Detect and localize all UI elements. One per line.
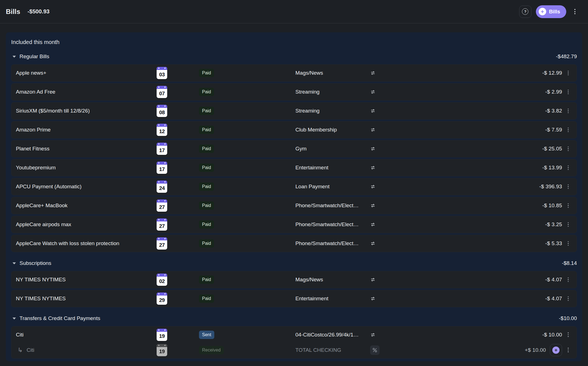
section-header[interactable]: Transfers & Credit Card Payments-$10.00 xyxy=(11,314,577,323)
section-header[interactable]: Regular Bills-$482.79 xyxy=(11,52,577,61)
recurring-icon[interactable] xyxy=(370,184,393,189)
category-label[interactable]: Phone/Smartwatch/Elect… xyxy=(295,202,370,209)
recurring-icon[interactable] xyxy=(370,203,393,208)
calendar-cell: 12 xyxy=(157,124,199,136)
row-menu-icon[interactable] xyxy=(562,218,574,231)
add-bills-button[interactable]: + Bills xyxy=(536,5,566,18)
bill-row[interactable]: AppleCare Watch with loss stolen protect… xyxy=(11,235,577,252)
bill-name: AppleCare airpods max xyxy=(16,221,157,228)
category-label[interactable]: Mags/News xyxy=(295,277,370,283)
bill-row[interactable]: APCU Payment (Automatic)24PaidLoan Payme… xyxy=(11,178,577,195)
calendar-header-bar xyxy=(157,344,167,347)
calendar-date-icon: 27 xyxy=(157,218,167,231)
recurring-icon[interactable] xyxy=(370,89,393,95)
recurring-icon[interactable] xyxy=(370,165,393,170)
category-label[interactable]: Phone/Smartwatch/Elect… xyxy=(295,240,370,247)
calendar-date-icon: 03 xyxy=(157,67,167,79)
row-menu-icon[interactable] xyxy=(562,67,574,79)
category-label[interactable]: Phone/Smartwatch/Elect… xyxy=(295,221,370,228)
calendar-header-bar xyxy=(157,143,167,146)
amount-value: -$ 10.85 xyxy=(542,202,562,209)
bill-row[interactable]: Planet Fitness17PaidGym-$ 25.05 xyxy=(11,140,577,157)
category-label[interactable]: Loan Payment xyxy=(295,184,370,190)
row-menu-icon[interactable] xyxy=(562,237,574,250)
calendar-day-number: 19 xyxy=(157,332,167,341)
bill-row[interactable]: Amazon Prime12PaidClub Membership-$ 7.59 xyxy=(11,121,577,138)
recurring-icon[interactable] xyxy=(370,108,393,114)
category-label[interactable]: Mags/News xyxy=(295,70,370,76)
row-menu-icon[interactable] xyxy=(562,292,574,305)
calendar-header-bar xyxy=(157,162,167,165)
category-label[interactable]: Gym xyxy=(295,146,370,152)
chevron-down-icon[interactable] xyxy=(13,262,16,264)
calendar-header-bar xyxy=(157,237,167,240)
calendar-cell: 17 xyxy=(157,143,199,155)
bill-child-row[interactable]: ↳Citi19ReceivedTOTAL CHECKING+$ 10.00+ xyxy=(11,342,577,358)
page-header: Bills -$500.93 ? + Bills xyxy=(0,0,588,23)
recurring-icon[interactable] xyxy=(370,146,393,152)
amount-cell: -$ 4.07 xyxy=(393,296,562,302)
section-rows: Citi19Sent04-CitiCostco/26.99/4k/1…-$ 10… xyxy=(11,326,577,358)
header-menu-icon[interactable] xyxy=(570,6,580,18)
bill-row[interactable]: AppleCare airpods max27PaidPhone/Smartwa… xyxy=(11,216,577,233)
row-menu-icon[interactable] xyxy=(562,86,574,98)
recurring-icon[interactable] xyxy=(370,296,393,301)
bill-row[interactable]: NY TIMES NYTIMES29PaidEntertainment-$ 4.… xyxy=(11,290,577,307)
recurring-icon[interactable] xyxy=(370,70,393,76)
recurring-icon[interactable] xyxy=(370,332,393,338)
sections-container: Regular Bills-$482.79Apple news+03PaidMa… xyxy=(11,52,577,358)
page-title: Bills xyxy=(6,8,20,16)
recurring-icon[interactable] xyxy=(370,277,393,282)
row-menu-icon[interactable] xyxy=(562,162,574,174)
category-label[interactable]: Club Membership xyxy=(295,127,370,133)
calendar-cell: 02 xyxy=(157,274,199,286)
bill-row[interactable]: Amazon Ad Free07PaidStreaming-$ 2.99 xyxy=(11,83,577,101)
bill-row[interactable]: Youtubepremium17PaidEntertainment-$ 13.9… xyxy=(11,159,577,176)
row-menu-icon[interactable] xyxy=(562,344,574,356)
row-menu-icon[interactable] xyxy=(562,329,574,341)
row-menu-icon[interactable] xyxy=(562,274,574,286)
chevron-down-icon[interactable] xyxy=(13,318,16,319)
status-cell: Paid xyxy=(199,69,295,77)
category-label[interactable]: 04-CitiCostco/26.99/4k/1… xyxy=(295,332,370,338)
row-menu-icon[interactable] xyxy=(562,105,574,117)
recurring-icon[interactable] xyxy=(370,241,393,246)
section-header[interactable]: Subscriptions-$8.14 xyxy=(11,259,577,268)
bill-row[interactable]: AppleCare+ MacBook27PaidPhone/Smartwatch… xyxy=(11,197,577,214)
category-label[interactable]: Entertainment xyxy=(295,165,370,171)
status-cell: Paid xyxy=(199,126,295,134)
category-label[interactable]: Streaming xyxy=(295,108,370,114)
recurring-icon[interactable] xyxy=(370,127,393,133)
bill-row[interactable]: SiriusXM ($5/month till 12/8/26)08PaidSt… xyxy=(11,102,577,119)
bill-row[interactable]: Citi19Sent04-CitiCostco/26.99/4k/1…-$ 10… xyxy=(11,327,577,342)
page-total: -$500.93 xyxy=(28,8,50,15)
status-cell: Received xyxy=(199,346,295,354)
calendar-day-number: 27 xyxy=(157,221,167,231)
bill-row[interactable]: NY TIMES NYTIMES02PaidMags/News-$ 4.07 xyxy=(11,271,577,288)
calendar-header-bar xyxy=(157,199,167,202)
amount-value: -$ 10.00 xyxy=(542,332,562,338)
chevron-down-icon[interactable] xyxy=(13,56,16,58)
calendar-header-bar xyxy=(157,329,167,332)
split-percent-icon[interactable] xyxy=(370,345,393,355)
row-menu-icon[interactable] xyxy=(562,180,574,193)
category-label[interactable]: Streaming xyxy=(295,89,370,95)
recurring-icon[interactable] xyxy=(370,222,393,227)
bill-name-text: Amazon Prime xyxy=(16,127,51,133)
help-button[interactable]: ? xyxy=(519,6,531,18)
calendar-date-icon: 19 xyxy=(157,344,167,356)
row-menu-icon[interactable] xyxy=(562,199,574,212)
calendar-day-number: 07 xyxy=(157,89,167,98)
calendar-date-icon: 19 xyxy=(157,329,167,341)
bill-row[interactable]: Apple news+03PaidMags/News-$ 12.99 xyxy=(11,64,577,82)
add-transaction-button[interactable]: + xyxy=(550,344,562,356)
amount-cell: -$ 10.00 xyxy=(393,332,562,338)
category-label[interactable]: TOTAL CHECKING xyxy=(295,347,370,353)
status-cell: Paid xyxy=(199,107,295,115)
category-label[interactable]: Entertainment xyxy=(295,296,370,302)
row-menu-icon[interactable] xyxy=(562,143,574,155)
bill-name-text: NY TIMES NYTIMES xyxy=(16,277,66,283)
bill-name-text: Citi xyxy=(26,347,34,353)
bill-name-text: AppleCare Watch with loss stolen protect… xyxy=(16,240,119,247)
row-menu-icon[interactable] xyxy=(562,124,574,136)
